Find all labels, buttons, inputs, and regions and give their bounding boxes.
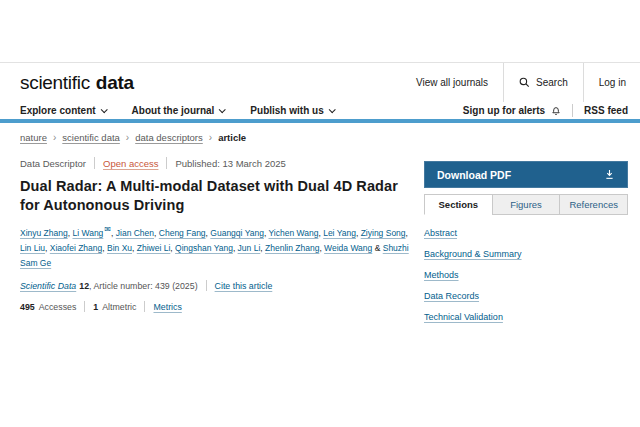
chevron-down-icon xyxy=(100,106,107,113)
search-button[interactable]: Search xyxy=(504,63,583,102)
view-all-journals-link[interactable]: View all journals xyxy=(401,63,503,102)
metrics-row: 495 Accesses 1 Altmetric Metrics xyxy=(20,301,410,312)
author-link[interactable]: Zhenlin Zhang xyxy=(265,243,319,253)
breadcrumb-data-descriptors[interactable]: data descriptors xyxy=(135,132,203,143)
tab-references[interactable]: References xyxy=(559,194,628,215)
nav-explore-content-label: Explore content xyxy=(20,105,96,116)
metrics-divider xyxy=(144,301,145,312)
chevron-down-icon xyxy=(219,106,226,113)
author-separator: , xyxy=(406,228,408,238)
author-link[interactable]: Jian Chen xyxy=(116,228,154,238)
header-links: View all journals Search Log in xyxy=(401,63,628,102)
logo-word-regular: scientific xyxy=(20,72,90,94)
section-link-methods[interactable]: Methods xyxy=(424,270,628,280)
breadcrumb-separator: › xyxy=(53,132,56,143)
download-icon xyxy=(604,169,615,180)
accesses-label: Accesses xyxy=(39,302,77,312)
rss-feed-label: RSS feed xyxy=(584,105,628,116)
metrics-divider xyxy=(84,301,85,312)
nav-publish-with-us-label: Publish with us xyxy=(250,105,323,116)
tab-figures[interactable]: Figures xyxy=(492,194,561,215)
chevron-down-icon xyxy=(328,106,335,113)
author-link[interactable]: Xinyu Zhang xyxy=(20,228,68,238)
author-list: Xinyu Zhang, Li Wang✉, Jian Chen, Cheng … xyxy=(20,223,410,271)
signup-alerts-link[interactable]: Sign up for alerts xyxy=(463,105,561,116)
search-label: Search xyxy=(536,77,568,88)
view-all-journals-label: View all journals xyxy=(416,77,488,88)
altmetric-label: Altmetric xyxy=(102,302,136,312)
journal-link[interactable]: Scientific Data xyxy=(20,281,76,291)
section-link-background-summary[interactable]: Background & Summary xyxy=(424,249,628,259)
breadcrumb: nature › scientific data › data descript… xyxy=(20,132,410,143)
sidebar-tabbar: Sections Figures References xyxy=(424,194,628,215)
altmetric-value: 1 xyxy=(93,302,98,312)
section-links: Abstract Background & Summary Methods Da… xyxy=(424,228,628,322)
signup-alerts-label: Sign up for alerts xyxy=(463,105,545,116)
site-header: scientific data View all journals Search… xyxy=(0,63,640,102)
page-content: nature › scientific data › data descript… xyxy=(0,123,640,333)
open-access-link[interactable]: Open access xyxy=(103,158,158,169)
citation-divider xyxy=(206,280,207,291)
cite-this-article-link[interactable]: Cite this article xyxy=(215,281,273,291)
citation-row: Scientific Data 12 , Article number: 439… xyxy=(20,280,410,291)
author-link[interactable]: Lin Liu xyxy=(20,243,45,253)
tab-sections[interactable]: Sections xyxy=(424,194,493,215)
author-link[interactable]: Xiaofei Zhang xyxy=(50,243,102,253)
nav-divider xyxy=(572,104,573,117)
nav-about-journal[interactable]: About the journal xyxy=(132,105,225,116)
author-link[interactable]: Ziying Song xyxy=(361,228,406,238)
nav-publish-with-us[interactable]: Publish with us xyxy=(250,105,333,116)
breadcrumb-current: article xyxy=(218,132,246,143)
author-link[interactable]: Lei Yang xyxy=(323,228,356,238)
login-link[interactable]: Log in xyxy=(584,63,628,102)
section-link-data-records[interactable]: Data Records xyxy=(424,291,628,301)
meta-divider xyxy=(94,157,95,169)
rss-feed-link[interactable]: RSS feed xyxy=(584,105,628,116)
section-link-technical-validation[interactable]: Technical Validation xyxy=(424,312,628,322)
logo-word-bold: data xyxy=(96,72,134,94)
section-link-abstract[interactable]: Abstract xyxy=(424,228,628,238)
nav-about-journal-label: About the journal xyxy=(132,105,215,116)
author-link[interactable]: Jun Li xyxy=(238,243,261,253)
site-nav: Explore content About the journal Publis… xyxy=(0,102,640,123)
article-sidebar: Download PDF Sections Figures References… xyxy=(424,132,628,333)
author-link[interactable]: Cheng Fang xyxy=(159,228,206,238)
nav-left: Explore content About the journal Publis… xyxy=(20,105,334,116)
author-link[interactable]: Weida Wang xyxy=(324,243,372,253)
article-main-column: nature › scientific data › data descript… xyxy=(20,132,410,333)
search-icon xyxy=(519,77,530,88)
author-link[interactable]: Qingshan Yang xyxy=(175,243,233,253)
author-link[interactable]: Li Wang xyxy=(72,228,103,238)
journal-logo[interactable]: scientific data xyxy=(20,63,134,102)
metrics-link[interactable]: Metrics xyxy=(153,302,181,312)
top-spacer xyxy=(0,0,640,63)
login-label: Log in xyxy=(599,77,626,88)
breadcrumb-separator: › xyxy=(209,132,212,143)
author-link[interactable]: Zhiwei Li xyxy=(137,243,171,253)
bell-icon xyxy=(551,105,561,116)
download-pdf-label: Download PDF xyxy=(437,169,511,181)
download-pdf-button[interactable]: Download PDF xyxy=(424,161,628,188)
nav-explore-content[interactable]: Explore content xyxy=(20,105,106,116)
article-title: Dual Radar: A Multi-modal Dataset with D… xyxy=(20,177,410,214)
accesses-value: 495 xyxy=(20,302,35,312)
article-type-label: Data Descriptor xyxy=(20,158,86,169)
published-date: Published: 13 March 2025 xyxy=(175,158,285,169)
author-link[interactable]: Guangqi Yang xyxy=(210,228,264,238)
author-link[interactable]: Bin Xu xyxy=(107,243,132,253)
article-number-text: , Article number: 439 (2025) xyxy=(89,281,198,291)
breadcrumb-nature[interactable]: nature xyxy=(20,132,47,143)
author-link[interactable]: Yichen Wang xyxy=(268,228,318,238)
breadcrumb-scientific-data[interactable]: scientific data xyxy=(62,132,120,143)
nav-right: Sign up for alerts RSS feed xyxy=(463,104,628,117)
breadcrumb-separator: › xyxy=(126,132,129,143)
article-meta-row: Data Descriptor Open access Published: 1… xyxy=(20,157,410,169)
volume-number: 12 xyxy=(79,281,89,291)
meta-divider xyxy=(166,157,167,169)
author-separator: & xyxy=(372,243,382,253)
